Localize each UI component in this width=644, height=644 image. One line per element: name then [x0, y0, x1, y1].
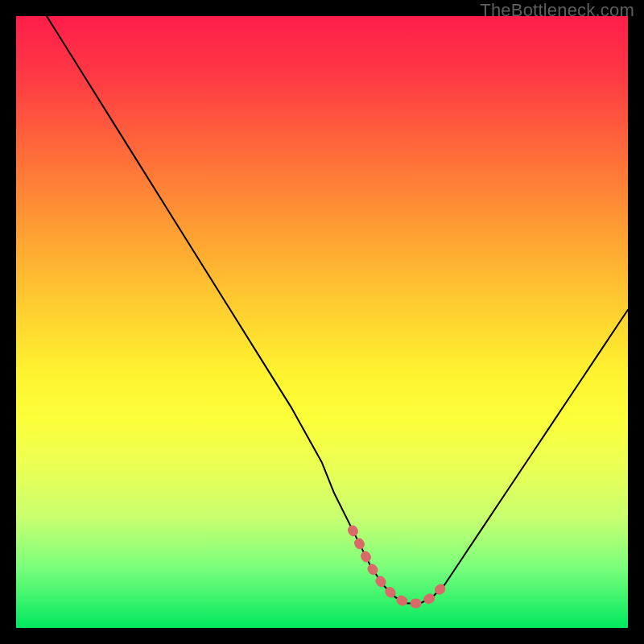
chart-svg	[16, 16, 628, 628]
bottleneck-curve	[47, 16, 628, 604]
sweet-spot-marker	[353, 530, 444, 603]
plot-area	[16, 16, 628, 628]
chart-frame: TheBottleneck.com	[0, 0, 644, 644]
